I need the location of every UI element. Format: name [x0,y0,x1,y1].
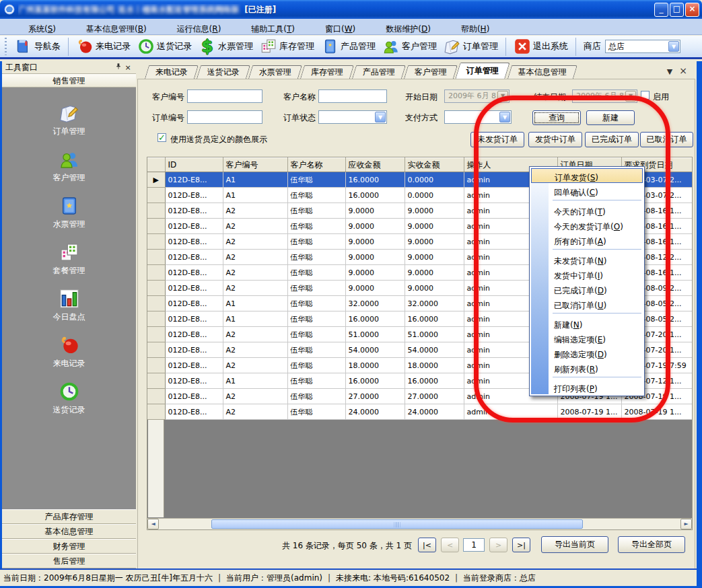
menu-data-maintenance[interactable]: 数据维护(D) [363,20,438,34]
sidebar-item-daily-inventory[interactable]: 今日盘点 [53,288,85,323]
start-date-picker[interactable]: 2009年 6月 8日 ▼ [444,89,510,103]
toolbar-orders[interactable]: 订单管理 [441,36,501,57]
customer-name-input[interactable] [318,89,387,103]
col-customer-no[interactable]: 客户编号 [223,158,287,172]
col-receivable[interactable]: 应收金额 [345,158,405,172]
tab-water-tickets[interactable]: 水票管理 [248,65,302,79]
sidebar-section-basic-info[interactable]: 基本信息管理 [2,524,136,539]
filter-cancelled-button[interactable]: 已取消订单 [640,132,693,147]
tab-products[interactable]: 产品管理 [352,65,406,79]
row-selector-cell[interactable] [147,265,165,281]
sidebar-section-finance[interactable]: 财务管理 [2,539,136,554]
col-received[interactable]: 实收金额 [405,158,464,172]
minimize-button[interactable]: _ [654,3,668,17]
filter-completed-button[interactable]: 已完成订单 [585,132,639,147]
menu-system[interactable]: 系统(S) [5,20,63,34]
toolbar-inventory[interactable]: 库存管理 [257,36,317,57]
page-number-input[interactable] [463,538,485,552]
export-all-pages-button[interactable]: 导出全部页 [618,536,685,553]
row-selector-header[interactable] [147,158,165,172]
tab-orders-active[interactable]: 订单管理 [455,63,510,79]
toolbar-customers[interactable]: 客户管理 [380,36,440,57]
scrollbar-thumb[interactable] [211,519,583,529]
toolbar-call-records[interactable]: 来电记录 [73,36,133,57]
last-page-button[interactable]: >| [512,538,530,552]
tab-close-icon[interactable]: × [679,67,687,76]
menu-window[interactable]: 窗口(W) [302,20,363,34]
context-menu-item[interactable]: 今天的发货订单(O) [531,217,643,232]
chevron-down-icon[interactable]: ▼ [668,41,679,52]
col-id[interactable]: ID [165,158,223,172]
filter-shipping-button[interactable]: 发货中订单 [528,132,582,147]
table-row[interactable]: 012D-E8...A2伍华聪24.000024.0000admin2008-0… [147,404,693,420]
query-button[interactable]: 查询 [532,110,581,125]
sidebar-section-after-sales[interactable]: 售后管理 [2,554,136,568]
row-selector-cell[interactable] [147,281,165,296]
sidebar-section-sales[interactable]: 销售管理 [2,74,136,87]
tab-call-records[interactable]: 来电记录 [145,65,199,79]
sidebar-item-packages[interactable]: 套餐管理 [53,242,85,277]
row-selector-cell[interactable] [147,358,165,373]
context-menu-item[interactable]: 已完成订单(D) [531,281,643,296]
tab-customers[interactable]: 客户管理 [404,65,458,79]
color-display-checkbox[interactable]: ✓ [157,133,166,142]
row-selector-cell[interactable] [147,203,165,219]
context-menu-item[interactable]: 今天的订单(T) [531,203,643,217]
horizontal-scrollbar[interactable]: ◄ ► [147,518,692,529]
row-selector-cell[interactable] [147,234,165,250]
menu-basic-info[interactable]: 基本信息管理(B) [63,20,154,34]
sidebar-item-orders[interactable]: 订单管理 [53,102,85,137]
toolbar-water-tickets[interactable]: $ 水票管理 [196,36,256,57]
row-selector-cell[interactable] [147,327,165,342]
end-date-picker[interactable]: 2009年 6月 8日 ▼ [572,89,637,103]
col-customer-name[interactable]: 客户名称 [287,158,345,172]
prev-page-button[interactable]: < [441,538,459,552]
pin-icon[interactable] [114,63,123,72]
context-menu-item[interactable]: 新建(N) [531,316,643,330]
toolbar-delivery-records[interactable]: 送货记录 [135,36,195,57]
sidebar-item-delivery-records[interactable]: 送货记录 [53,381,85,416]
sidebar-section-product-inventory[interactable]: 产品库存管理 [2,509,136,524]
chevron-down-icon[interactable]: ▼ [497,91,508,102]
row-selector-cell[interactable] [147,188,165,203]
context-menu-item[interactable]: 已取消订单(U) [531,296,643,311]
toolbar-nav-bar[interactable]: 导航条 [12,36,63,57]
toolbar-grip[interactable] [5,38,9,55]
row-selector-cell[interactable] [147,404,165,420]
pay-method-combo[interactable]: ▼ [444,110,512,124]
store-combo-box[interactable]: 总店 ▼ [605,40,680,53]
row-selector-cell[interactable] [147,373,165,389]
chevron-down-icon[interactable]: ▼ [499,112,510,122]
next-page-button[interactable]: > [489,538,507,552]
sidebar-item-water-tickets[interactable]: 水票管理 [53,195,85,230]
new-button[interactable]: 新建 [586,110,635,125]
customer-no-input[interactable] [187,89,262,103]
order-status-combo[interactable]: ▼ [318,110,387,124]
chevron-down-icon[interactable]: ▼ [625,91,636,102]
tab-delivery-records[interactable]: 送货记录 [197,65,250,79]
context-menu-item[interactable]: 未发货订单(N) [531,252,643,266]
scroll-right-icon[interactable]: ► [680,519,692,529]
enable-checkbox[interactable] [641,91,650,100]
sidebar-item-customers[interactable]: 客户管理 [53,149,85,184]
menu-aux-tools[interactable]: 辅助工具(T) [228,20,302,34]
sidebar-item-call-records[interactable]: 来电记录 [53,334,85,369]
scroll-left-icon[interactable]: ◄ [147,519,159,529]
row-selector-cell[interactable] [147,342,165,358]
context-menu-item[interactable]: 回单确认(C) [531,183,643,198]
context-menu-item[interactable]: 刷新列表(R) [531,360,643,375]
row-selector-cell[interactable] [147,250,165,265]
context-menu-item[interactable]: 编辑选定项(E) [531,330,643,345]
maximize-button[interactable]: □ [670,3,684,17]
tab-inventory[interactable]: 库存管理 [300,65,354,79]
toolbar-exit[interactable]: 退出系统 [511,36,571,57]
context-menu-item[interactable]: 发货中订单(I) [531,266,643,281]
close-button[interactable]: × [685,3,699,17]
first-page-button[interactable]: |< [418,538,436,552]
context-menu-item[interactable]: 订单发货(S) [531,168,643,183]
context-menu-item[interactable]: 打印列表(P) [531,379,643,394]
row-selector-cell[interactable] [147,389,165,404]
tool-window-close-icon[interactable]: × [123,63,133,72]
context-menu-item[interactable]: 所有的订单(A) [531,232,643,247]
row-selector-cell[interactable] [147,311,165,327]
